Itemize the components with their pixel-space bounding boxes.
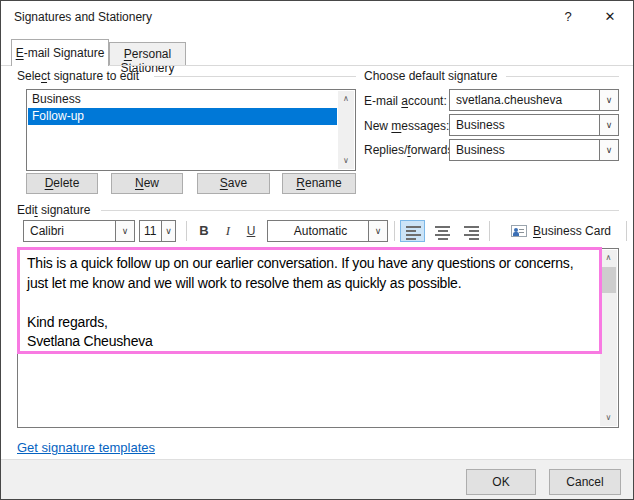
list-scrollbar[interactable]: ∧ ∨ bbox=[338, 91, 354, 169]
selected-value: Automatic bbox=[274, 221, 367, 241]
button-label: elete bbox=[53, 176, 79, 190]
button-label: D bbox=[45, 176, 54, 190]
chevron-down-icon[interactable]: ∨ bbox=[161, 221, 175, 241]
align-left-button[interactable] bbox=[400, 220, 425, 242]
list-item-follow-up-selected[interactable]: Follow-up bbox=[28, 108, 337, 125]
tab-email-signature[interactable]: E-mail Signature bbox=[11, 39, 109, 66]
tab-label: -mail Signature bbox=[24, 46, 105, 60]
label-text: signature bbox=[38, 203, 91, 217]
signature-text[interactable]: This is a quick follow up on our earlier… bbox=[27, 254, 596, 352]
help-icon: ? bbox=[564, 9, 571, 24]
align-center-button[interactable] bbox=[429, 220, 454, 242]
label-text: B bbox=[533, 224, 541, 238]
business-card-icon bbox=[511, 225, 527, 237]
signature-line: This is a quick follow up on our earlier… bbox=[27, 254, 596, 274]
label-text: essages: bbox=[401, 119, 449, 133]
align-right-icon bbox=[464, 226, 479, 238]
scroll-up-icon[interactable]: ∧ bbox=[338, 91, 354, 107]
replies-forwards-label: Replies/forwards: bbox=[364, 143, 457, 157]
tab-label: E bbox=[16, 46, 24, 60]
signature-listbox[interactable]: Business Follow-up ∧ ∨ bbox=[26, 89, 356, 171]
save-button[interactable]: Save bbox=[197, 173, 270, 194]
font-family-select[interactable]: Calibri ∨ bbox=[23, 220, 135, 242]
help-button[interactable]: ? bbox=[551, 1, 585, 33]
ok-button[interactable]: OK bbox=[466, 469, 536, 495]
label-text: New bbox=[364, 119, 391, 133]
toolbar-separator bbox=[626, 221, 627, 241]
selected-value: svetlana.cheusheva bbox=[456, 90, 598, 110]
group-divider bbox=[101, 210, 619, 211]
signature-line: Svetlana Cheusheva bbox=[27, 332, 596, 352]
button-label: S bbox=[220, 176, 228, 190]
editor-scrollbar[interactable]: ∧ ∨ bbox=[600, 250, 617, 426]
selected-value: Business bbox=[456, 115, 598, 135]
align-right-button[interactable] bbox=[458, 220, 483, 242]
footer-bar: OK Cancel bbox=[1, 459, 634, 500]
chevron-down-icon[interactable]: ∨ bbox=[599, 90, 618, 110]
chevron-down-icon[interactable]: ∨ bbox=[599, 140, 618, 160]
scroll-down-icon[interactable]: ∨ bbox=[338, 153, 354, 169]
toolbar-separator bbox=[394, 221, 395, 241]
underline-button[interactable]: U bbox=[239, 220, 263, 242]
tab-label: P bbox=[124, 47, 132, 61]
tab-personal-stationery[interactable]: Personal Stationery bbox=[109, 42, 186, 66]
button-label: Business Card bbox=[533, 224, 611, 238]
selected-value: Calibri bbox=[30, 221, 114, 241]
group-divider bbox=[154, 76, 356, 77]
signatures-and-stationery-dialog: Signatures and Stationery ? ✕ E-mail Sig… bbox=[0, 0, 634, 500]
close-button[interactable]: ✕ bbox=[593, 1, 627, 33]
chevron-down-icon[interactable]: ∨ bbox=[115, 221, 134, 241]
label-text: Replies/ bbox=[364, 143, 407, 157]
label-text: Edi bbox=[17, 203, 34, 217]
button-label: ave bbox=[228, 176, 247, 190]
choose-default-signature-label: Choose default signature bbox=[364, 69, 497, 83]
align-left-icon bbox=[406, 226, 421, 238]
close-icon: ✕ bbox=[605, 9, 616, 24]
label-text: m bbox=[391, 119, 401, 133]
email-account-select[interactable]: svetlana.cheusheva ∨ bbox=[449, 89, 619, 111]
button-label: R bbox=[296, 176, 305, 190]
label-text: ccount: bbox=[408, 94, 447, 108]
chevron-down-icon[interactable]: ∨ bbox=[368, 221, 387, 241]
signature-editor[interactable]: This is a quick follow up on our earlier… bbox=[17, 248, 619, 428]
list-item-business[interactable]: Business bbox=[28, 91, 337, 108]
label-text: Sele bbox=[17, 69, 41, 83]
scrollbar-thumb[interactable] bbox=[601, 267, 616, 293]
signature-line: Kind regards, bbox=[27, 313, 596, 333]
title-bar: Signatures and Stationery ? ✕ bbox=[1, 1, 633, 33]
toolbar-separator bbox=[489, 221, 490, 241]
scroll-up-icon[interactable]: ∧ bbox=[600, 250, 617, 266]
button-label: ew bbox=[144, 176, 159, 190]
replies-forwards-select[interactable]: Business ∨ bbox=[449, 139, 619, 161]
button-label: N bbox=[135, 176, 144, 190]
email-account-label: E-mail account: bbox=[364, 94, 447, 108]
label-text: E-mail bbox=[364, 94, 401, 108]
button-label: ename bbox=[305, 176, 342, 190]
new-messages-label: New messages: bbox=[364, 119, 449, 133]
label-text: usiness Card bbox=[541, 224, 611, 238]
italic-button[interactable]: I bbox=[217, 220, 239, 242]
dialog-title: Signatures and Stationery bbox=[14, 10, 152, 24]
cancel-button[interactable]: Cancel bbox=[549, 469, 621, 495]
font-color-select[interactable]: Automatic ∨ bbox=[267, 220, 388, 242]
chevron-down-icon[interactable]: ∨ bbox=[599, 115, 618, 135]
selected-value: 11 bbox=[144, 221, 160, 241]
bold-button[interactable]: B bbox=[193, 220, 215, 242]
scroll-down-icon[interactable]: ∨ bbox=[600, 410, 617, 426]
get-signature-templates-link[interactable]: Get signature templates bbox=[17, 440, 155, 455]
align-center-icon bbox=[435, 226, 450, 238]
signature-line bbox=[27, 293, 596, 313]
font-size-select[interactable]: 11 ∨ bbox=[139, 220, 176, 242]
selected-value: Business bbox=[456, 140, 598, 160]
edit-signature-label: Edit signature bbox=[17, 203, 90, 217]
new-button[interactable]: New bbox=[111, 173, 183, 194]
group-divider bbox=[506, 76, 619, 77]
delete-button[interactable]: Delete bbox=[26, 173, 98, 194]
rename-button[interactable]: Rename bbox=[282, 173, 356, 194]
toolbar-separator bbox=[186, 221, 187, 241]
new-messages-select[interactable]: Business ∨ bbox=[449, 114, 619, 136]
signature-line: just let me know and we will work to res… bbox=[27, 274, 596, 294]
business-card-button[interactable]: Business Card bbox=[503, 220, 623, 242]
